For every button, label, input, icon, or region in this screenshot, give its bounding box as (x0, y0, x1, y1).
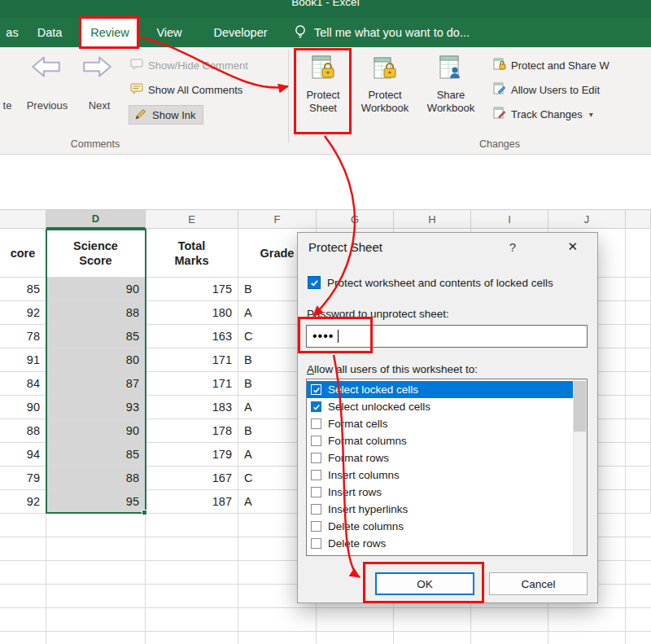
cell[interactable]: 90 (0, 396, 46, 419)
cell[interactable] (626, 229, 651, 278)
cell[interactable]: 179 (146, 443, 238, 467)
tab-view[interactable]: View (149, 18, 190, 47)
checkbox-checked[interactable] (311, 384, 321, 395)
previous-comment-icon[interactable] (29, 53, 63, 84)
next-button-label[interactable]: Next (78, 99, 120, 112)
column-header-d[interactable]: D (46, 210, 146, 229)
checkbox-unchecked[interactable] (311, 436, 321, 446)
cell[interactable]: Total Marks (146, 229, 238, 278)
cell[interactable] (626, 325, 651, 348)
show-all-comments-button[interactable]: Show All Comments (130, 80, 242, 99)
cell[interactable] (626, 443, 651, 467)
cell[interactable]: 78 (0, 325, 46, 348)
cell[interactable]: 88 (0, 419, 46, 443)
cell[interactable]: 90 (46, 278, 146, 301)
cell[interactable]: 90 (46, 419, 146, 443)
protect-workbook-button[interactable]: Protect Workbook (355, 50, 415, 136)
tab-data[interactable]: Data (29, 18, 70, 47)
cell[interactable]: 167 (146, 467, 238, 490)
cell[interactable]: 88 (46, 301, 146, 325)
cell[interactable]: 79 (0, 467, 46, 490)
cell[interactable] (626, 301, 651, 325)
column-header-e[interactable]: E (146, 210, 238, 229)
list-item[interactable]: Select unlocked cells (307, 398, 573, 415)
checkbox-checked[interactable] (308, 276, 321, 289)
help-icon[interactable]: ? (509, 240, 516, 254)
cell[interactable]: 94 (0, 443, 46, 467)
cell[interactable]: 92 (0, 301, 46, 325)
list-item[interactable]: Format cells (307, 415, 573, 432)
checkbox-checked[interactable] (311, 401, 321, 412)
cell[interactable]: 85 (46, 443, 146, 467)
column-header-f[interactable]: F (238, 210, 317, 229)
scrollbar[interactable] (573, 379, 587, 555)
cell[interactable]: 88 (46, 467, 146, 490)
cell[interactable]: 80 (46, 348, 146, 372)
cell[interactable]: 175 (146, 278, 238, 301)
list-item[interactable]: Format rows (307, 449, 573, 467)
column-header-i[interactable]: I (471, 210, 548, 229)
next-comment-icon[interactable] (80, 53, 114, 84)
cell[interactable]: 92 (0, 490, 46, 514)
list-item[interactable]: Delete rows (307, 535, 573, 552)
checkbox-unchecked[interactable] (311, 538, 321, 549)
cell[interactable] (626, 396, 651, 419)
list-item[interactable]: Delete columns (307, 518, 573, 535)
share-workbook-button[interactable]: Share Workbook (420, 50, 482, 136)
cell[interactable]: 84 (0, 372, 46, 396)
cell[interactable]: 85 (0, 278, 46, 301)
column-header-g[interactable]: G (317, 210, 394, 229)
column-header-j[interactable]: J (548, 210, 626, 229)
fill-handle[interactable] (142, 510, 147, 515)
checkbox-unchecked[interactable] (311, 470, 321, 480)
checkbox-unchecked[interactable] (311, 453, 321, 463)
tab-formulas-partial[interactable]: as (0, 18, 24, 47)
cell[interactable]: 95 (46, 490, 146, 514)
checkbox-unchecked[interactable] (311, 418, 321, 429)
cell[interactable]: core (0, 229, 46, 278)
cell[interactable]: 180 (146, 301, 238, 325)
checkbox-unchecked[interactable] (311, 521, 321, 532)
cell[interactable] (626, 348, 651, 372)
cell[interactable]: 171 (146, 372, 238, 396)
password-input[interactable] (306, 325, 588, 348)
list-item[interactable]: Format columns (307, 432, 573, 449)
cell-active[interactable]: Science Score (46, 229, 146, 278)
cell[interactable]: 85 (46, 325, 146, 348)
protect-sheet-button[interactable]: Protect Sheet (296, 50, 350, 136)
track-changes-button[interactable]: Track Changes ▾ (493, 104, 593, 124)
delete-button-partial[interactable]: te (0, 99, 15, 112)
cell[interactable]: 183 (146, 396, 238, 419)
cell[interactable] (626, 490, 651, 514)
show-ink-button[interactable]: Show Ink (129, 105, 203, 125)
cell[interactable]: 87 (46, 372, 146, 396)
cell[interactable]: 171 (146, 348, 238, 372)
cell[interactable]: 93 (46, 396, 146, 419)
tab-review[interactable]: Review (81, 18, 138, 47)
list-item[interactable]: Select locked cells (307, 381, 573, 398)
column-header[interactable] (626, 210, 651, 229)
column-header[interactable] (0, 210, 46, 229)
cell[interactable]: 178 (146, 419, 238, 443)
cell[interactable] (626, 278, 651, 301)
cell[interactable] (626, 372, 651, 396)
protect-and-share-button[interactable]: Protect and Share W (493, 55, 609, 75)
tab-developer[interactable]: Developer (202, 18, 279, 47)
column-header-h[interactable]: H (394, 210, 471, 229)
allow-users-button[interactable]: Allow Users to Edit (493, 80, 600, 99)
cell[interactable]: 163 (146, 325, 238, 348)
cell[interactable] (626, 467, 651, 490)
list-item[interactable]: Insert hyperlinks (307, 501, 573, 518)
checkbox-unchecked[interactable] (311, 504, 321, 515)
previous-button-label[interactable]: Previous (18, 99, 76, 112)
list-item[interactable]: Insert rows (307, 484, 573, 501)
checkbox-unchecked[interactable] (311, 487, 321, 497)
cell[interactable] (626, 419, 651, 443)
cell[interactable]: 91 (0, 348, 46, 372)
tell-me-box[interactable]: Tell me what you want to do... (293, 18, 470, 47)
cancel-button[interactable]: Cancel (489, 572, 588, 595)
cell[interactable]: 187 (146, 490, 238, 514)
show-hide-comment-button[interactable]: Show/Hide Comment (130, 55, 248, 75)
scrollbar-thumb[interactable] (574, 381, 586, 432)
close-icon[interactable]: ✕ (567, 239, 578, 254)
